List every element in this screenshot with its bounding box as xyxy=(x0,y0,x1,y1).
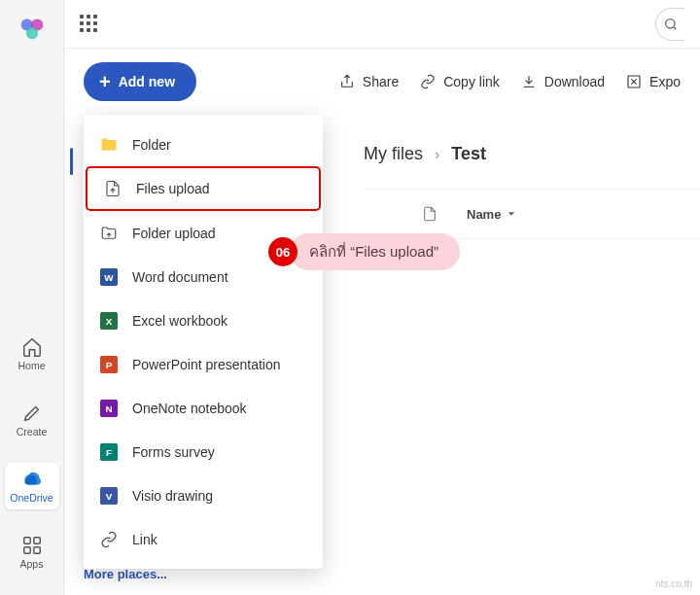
copy-link-button[interactable]: Copy link xyxy=(420,74,500,89)
menu-label: Word document xyxy=(132,269,228,285)
onenote-icon: N xyxy=(99,399,119,418)
svg-text:F: F xyxy=(106,446,112,457)
excel-doc-icon: X xyxy=(99,311,119,331)
menu-label: Excel workbook xyxy=(132,313,228,329)
svg-rect-6 xyxy=(33,547,39,553)
rail-label: Create xyxy=(17,426,48,438)
column-name-label: Name xyxy=(467,207,501,222)
svg-text:P: P xyxy=(106,359,113,369)
export-button[interactable]: Expo xyxy=(626,74,681,89)
breadcrumb: My files › Test xyxy=(364,144,700,164)
home-icon xyxy=(21,336,43,358)
rail-item-apps[interactable]: Apps xyxy=(5,529,59,576)
breadcrumb-current: Test xyxy=(451,144,486,164)
download-icon xyxy=(521,74,537,89)
menu-label: OneNote notebook xyxy=(132,401,247,416)
callout-text-bubble: คลิกที่ “Files upload” xyxy=(290,233,460,270)
footer-watermark: nts.co.th xyxy=(655,578,692,589)
menu-label: Forms survey xyxy=(132,444,215,460)
folder-icon xyxy=(99,135,119,155)
app-launcher-icon[interactable] xyxy=(80,15,99,34)
share-icon xyxy=(339,74,355,89)
powerpoint-icon: P xyxy=(99,355,119,374)
svg-text:W: W xyxy=(104,271,114,282)
svg-rect-4 xyxy=(33,538,39,543)
file-table-header: Name xyxy=(364,189,700,239)
word-icon: W xyxy=(99,267,119,287)
sidebar-active-indicator xyxy=(70,148,73,175)
rail-item-create[interactable]: Create xyxy=(5,397,59,443)
rail-item-home[interactable]: Home xyxy=(5,331,59,377)
chevron-down-icon xyxy=(507,209,516,219)
add-new-button[interactable]: + Add new xyxy=(84,62,196,101)
menu-label: Folder xyxy=(132,137,171,153)
svg-point-2 xyxy=(25,27,37,39)
menu-label: Files upload xyxy=(136,181,210,196)
toolbar: + Add new Share Copy link Download Expo xyxy=(64,49,700,115)
menu-label: PowerPoint presentation xyxy=(132,357,281,372)
menu-label: Folder upload xyxy=(132,226,216,241)
link-item-icon xyxy=(99,530,119,549)
app-rail: Home Create OneDrive Apps xyxy=(0,0,64,595)
forms-icon: F xyxy=(99,442,119,462)
menu-item-folder[interactable]: Folder xyxy=(84,122,323,166)
svg-rect-3 xyxy=(23,538,29,543)
apps-icon xyxy=(21,535,43,556)
svg-rect-5 xyxy=(23,547,29,553)
svg-point-7 xyxy=(665,18,674,27)
m365-icon xyxy=(18,15,46,42)
download-label: Download xyxy=(544,74,605,89)
rail-label: Apps xyxy=(20,558,44,570)
menu-item-powerpoint[interactable]: P PowerPoint presentation xyxy=(84,342,323,386)
rail-label: Home xyxy=(18,360,45,371)
add-new-label: Add new xyxy=(119,74,175,89)
menu-label: Link xyxy=(132,532,158,547)
svg-text:X: X xyxy=(106,315,113,326)
menu-item-excel[interactable]: X Excel workbook xyxy=(84,298,323,342)
onedrive-icon xyxy=(21,469,43,490)
rail-label: OneDrive xyxy=(10,492,52,504)
svg-text:N: N xyxy=(105,402,112,413)
chevron-right-icon: › xyxy=(435,146,439,163)
rail-item-onedrive[interactable]: OneDrive xyxy=(5,463,59,509)
export-label: Expo xyxy=(649,74,681,89)
search-input[interactable] xyxy=(655,8,684,41)
menu-item-forms[interactable]: F Forms survey xyxy=(84,430,323,473)
menu-label: Visio drawing xyxy=(132,488,213,504)
add-new-menu: Folder Files upload Folder upload W Word… xyxy=(84,115,323,569)
callout-text: คลิกที่ “Files upload” xyxy=(309,240,438,263)
breadcrumb-root[interactable]: My files xyxy=(364,144,423,164)
share-label: Share xyxy=(363,74,399,89)
rail-top xyxy=(18,0,47,43)
more-places-link[interactable]: More places... xyxy=(84,567,167,581)
column-name[interactable]: Name xyxy=(467,207,516,222)
menu-item-files-upload[interactable]: Files upload xyxy=(86,166,321,211)
menu-item-visio[interactable]: V Visio drawing xyxy=(84,473,323,517)
header xyxy=(64,0,700,49)
content-area: My files › Test xyxy=(364,144,700,164)
pencil-icon xyxy=(21,402,43,424)
file-upload-icon xyxy=(103,179,122,198)
search-icon xyxy=(663,17,679,32)
callout-number: 06 xyxy=(276,245,290,260)
share-button[interactable]: Share xyxy=(339,74,399,89)
visio-icon: V xyxy=(99,486,119,506)
copy-link-label: Copy link xyxy=(443,74,500,89)
folder-upload-icon xyxy=(99,224,119,243)
link-icon xyxy=(420,74,436,89)
callout-step-badge: 06 xyxy=(268,237,298,266)
download-button[interactable]: Download xyxy=(521,74,605,89)
menu-item-link[interactable]: Link xyxy=(84,517,323,561)
plus-icon: + xyxy=(99,72,111,91)
menu-item-onenote[interactable]: N OneNote notebook xyxy=(84,386,323,430)
file-type-icon xyxy=(422,204,438,224)
microsoft-365-logo[interactable] xyxy=(18,14,47,43)
excel-icon xyxy=(626,74,642,89)
rail-items: Home Create OneDrive Apps xyxy=(0,331,63,595)
toolbar-actions: Share Copy link Download Expo xyxy=(339,74,681,89)
svg-text:V: V xyxy=(106,490,113,501)
